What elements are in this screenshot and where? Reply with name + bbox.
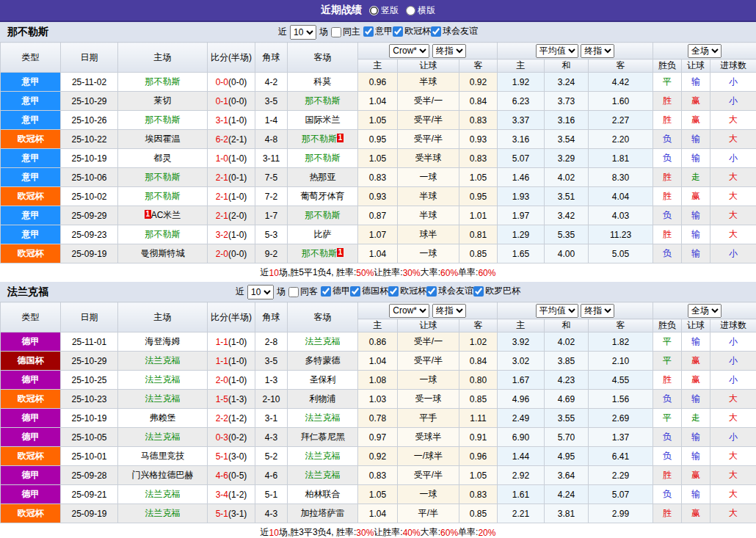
games-count-select[interactable]: 10: [290, 25, 316, 40]
corner-cell: 4-6: [255, 466, 288, 485]
handicap-result-cell: 输: [682, 206, 710, 225]
sub-header-avg-away: 客: [589, 319, 653, 332]
let-home-odds-cell: 1.03: [358, 390, 398, 409]
handicap-line-cell: 受平/半: [398, 352, 459, 371]
layout-radio-vertical[interactable]: 竖版: [369, 4, 399, 17]
league-filter-checkbox-input[interactable]: [431, 26, 441, 37]
corner-cell: 4-8: [255, 130, 288, 149]
fulltime-score: 1-0: [216, 153, 228, 164]
score-cell: 1-0(1-0): [208, 149, 255, 168]
date-cell: 25-11-01: [61, 332, 118, 352]
let-away-odds-cell: 0.84: [459, 352, 498, 371]
handicap-line-cell: 受半/一: [398, 92, 459, 111]
same-venue-checkbox-input[interactable]: [288, 287, 299, 297]
team-label: 法兰克福: [305, 451, 341, 461]
let-home-odds-cell: 0.86: [358, 332, 398, 352]
avg-away-cell: 1.56: [589, 390, 653, 409]
halftime-score: (1-2): [228, 490, 247, 500]
league-type-cell: 意甲: [1, 206, 61, 225]
avg-stage-select[interactable]: 终指: [581, 304, 614, 318]
same-venue-checkbox[interactable]: 同主: [331, 26, 360, 38]
horizontal-radio-label: 横版: [418, 4, 435, 17]
col-header-score: 比分(半场): [208, 43, 255, 73]
handicap-line-cell: 半球: [398, 73, 459, 92]
let-home-odds-cell: 0.83: [358, 168, 398, 187]
handicap-line-cell: 受平/半: [398, 130, 459, 149]
league-filter-checkbox[interactable]: 球会友谊: [426, 285, 473, 297]
layout-radio-horizontal[interactable]: 横版: [406, 4, 435, 17]
bookmaker-select[interactable]: Crow*: [389, 304, 429, 318]
league-filter-label: 德国杯: [362, 285, 388, 297]
league-filter-label: 球会友谊: [438, 285, 473, 297]
league-filter-checkbox-input[interactable]: [388, 286, 399, 297]
league-filter-checkbox[interactable]: 球会友谊: [431, 25, 478, 37]
vertical-radio-input[interactable]: [369, 6, 379, 15]
scope-select[interactable]: 全场: [688, 44, 722, 58]
let-home-odds-cell: 1.08: [358, 371, 398, 390]
odds-selects-cell: Crow* 终指: [358, 43, 498, 59]
col-header-away: 客场: [288, 43, 358, 73]
halftime-score: (1-0): [228, 356, 247, 366]
summary-segment: 20%: [478, 528, 495, 538]
league-filter-checkbox[interactable]: 欧罗巴杯: [473, 285, 520, 297]
league-filter-checkbox-input[interactable]: [426, 286, 437, 297]
halftime-score: (0-0): [228, 96, 247, 106]
result-cell: 胜: [653, 92, 682, 111]
away-team-cell: 多特蒙德: [288, 352, 358, 371]
team-label: 比萨: [314, 229, 332, 239]
section-napoli: 那不勒斯 近 10 场 同主 意甲欧冠杯球会友谊 类型 日期 主场 比分(半: [0, 22, 756, 282]
odds-stage-select[interactable]: 终指: [432, 304, 466, 318]
table-row: 德甲25-10-19弗赖堡2-2(1-2)3-1法兰克福0.78平手1.112.…: [1, 409, 756, 428]
score-cell: 6-2(2-1): [208, 130, 255, 149]
horizontal-radio-input[interactable]: [406, 6, 415, 15]
league-filter-checkbox[interactable]: 欧冠杯: [393, 25, 431, 37]
bookmaker-select[interactable]: Crow*: [389, 44, 429, 58]
same-venue-checkbox[interactable]: 同客: [288, 286, 318, 298]
games-count-select[interactable]: 10: [247, 285, 274, 299]
league-filter-checkbox-input[interactable]: [473, 286, 484, 297]
average-select[interactable]: 平均值: [536, 304, 578, 318]
filter-bar: 近 10 场 同主 意甲欧冠杯球会友谊: [278, 25, 478, 40]
league-filter-checkbox[interactable]: 德国杯: [350, 285, 388, 297]
vertical-radio-label: 竖版: [381, 4, 399, 17]
summary-segment: 10: [269, 268, 279, 278]
league-filter-checkbox-input[interactable]: [393, 26, 403, 37]
avg-draw-cell: 3.54: [545, 130, 589, 149]
avg-draw-cell: 3.42: [545, 206, 589, 225]
handicap-line-cell: 一球: [398, 485, 459, 504]
league-filter-checkbox[interactable]: 欧冠杯: [388, 285, 426, 297]
league-type-cell: 德甲: [1, 371, 61, 390]
score-cell: 2-0(1-0): [208, 371, 255, 390]
col-header-date: 日期: [61, 302, 118, 332]
sub-header-let-result: 让球: [682, 319, 710, 332]
away-team-cell: 那不勒斯: [288, 92, 358, 111]
score-cell: 3-2(1-0): [208, 225, 255, 244]
corner-cell: 3-11: [255, 149, 288, 168]
league-filter-label: 德甲: [332, 285, 350, 297]
home-team-cell: 曼彻斯特城: [118, 244, 208, 263]
let-home-odds-cell: 1.05: [358, 485, 398, 504]
scope-select[interactable]: 全场: [688, 304, 722, 318]
avg-home-cell: 4.96: [498, 390, 545, 409]
avg-stage-select[interactable]: 终指: [581, 44, 614, 58]
date-cell: 25-09-23: [61, 225, 118, 244]
same-venue-checkbox-input[interactable]: [331, 27, 341, 37]
halftime-score: (1-3): [228, 394, 247, 404]
league-filter-checkbox-input[interactable]: [363, 26, 374, 37]
halftime-score: (2-1): [228, 134, 247, 145]
league-filter-group: 意甲欧冠杯球会友谊: [363, 25, 478, 39]
league-filter-checkbox[interactable]: 德甲: [321, 285, 350, 297]
score-cell: 2-1(1-0): [208, 187, 255, 206]
average-select[interactable]: 平均值: [536, 44, 578, 58]
odds-stage-select[interactable]: 终指: [432, 44, 466, 58]
league-filter-checkbox-input[interactable]: [350, 286, 360, 297]
away-team-cell: 那不勒斯: [288, 206, 358, 225]
corner-cell: 1-7: [255, 206, 288, 225]
handicap-line-cell: 受一球: [398, 390, 459, 409]
home-team-cell: 埃因霍温: [118, 130, 208, 149]
handicap-result-cell: 输: [682, 390, 710, 409]
league-filter-checkbox[interactable]: 意甲: [363, 25, 393, 37]
halftime-score: (0-0): [228, 77, 247, 87]
league-filter-checkbox-input[interactable]: [321, 286, 331, 297]
date-cell: 25-09-19: [61, 504, 118, 523]
